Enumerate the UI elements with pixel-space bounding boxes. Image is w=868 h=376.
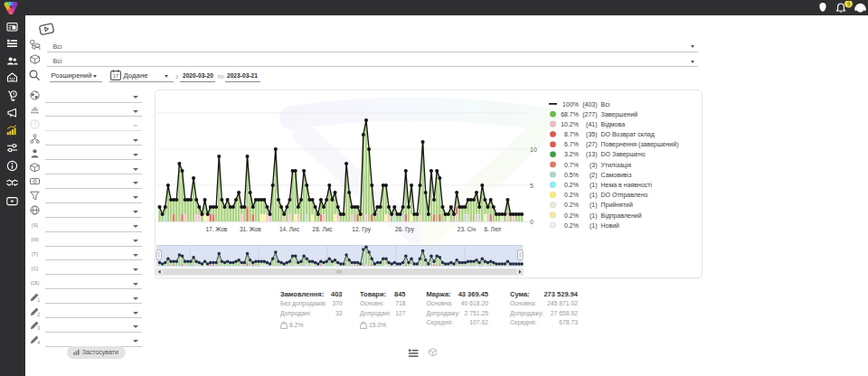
svg-text:14. Лис: 14. Лис [279, 226, 300, 232]
svg-text:2: 2 [37, 311, 40, 315]
svg-text:Відправлений: Відправлений [601, 212, 642, 220]
svg-text:Новий: Новий [601, 222, 620, 229]
svg-text:Завершений: Завершений [601, 111, 638, 118]
svg-text:12. Гру: 12. Гру [352, 226, 372, 233]
svg-text:6. Лют: 6. Лют [484, 226, 501, 232]
svg-text:0.5%: 0.5% [564, 172, 579, 178]
svg-text:0.2%: 0.2% [564, 222, 579, 229]
svg-text:Всі: Всі [601, 101, 610, 108]
svg-text:Відмова: Відмова [601, 121, 626, 128]
svg-text:68.7%: 68.7% [561, 111, 579, 118]
svg-text:10: 10 [530, 146, 537, 153]
svg-text:{M}: {M} [31, 237, 39, 242]
svg-text:DO Завершено: DO Завершено [601, 151, 646, 158]
svg-text:28. Лис: 28. Лис [313, 226, 334, 232]
svg-text:23. Січ: 23. Січ [458, 226, 476, 232]
svg-text:8.7%: 8.7% [564, 131, 579, 137]
svg-text:(403): (403) [582, 101, 597, 108]
svg-text:9: 9 [847, 1, 851, 7]
svg-text:{S}: {S} [32, 222, 39, 228]
svg-text:0.7%: 0.7% [564, 162, 579, 168]
svg-text:5: 5 [530, 183, 533, 189]
svg-text:6.7%: 6.7% [564, 141, 579, 147]
svg-text:(2): (2) [590, 172, 598, 179]
svg-text:(1): (1) [590, 182, 598, 189]
svg-text:3.2%: 3.2% [564, 151, 579, 157]
svg-text:Самовивіз: Самовивіз [601, 172, 632, 178]
svg-text:DO Возврат склад: DO Возврат склад [601, 131, 655, 138]
svg-text:(1): (1) [590, 222, 598, 230]
svg-text:{C}: {C} [32, 266, 39, 271]
svg-text:(41): (41) [586, 121, 597, 128]
svg-text:{T}: {T} [32, 251, 38, 257]
svg-text:1: 1 [37, 296, 40, 301]
svg-text:0.2%: 0.2% [564, 202, 579, 208]
svg-text:(27): (27) [586, 141, 597, 148]
svg-text:0.2%: 0.2% [564, 192, 579, 198]
svg-text:0.2%: 0.2% [564, 182, 579, 188]
svg-text:3: 3 [37, 325, 40, 330]
svg-text:DO Отправлено: DO Отправлено [601, 192, 648, 199]
svg-text:17: 17 [113, 73, 118, 79]
svg-text:Повернення (завершений): Повернення (завершений) [601, 141, 679, 148]
svg-text:26. Гру: 26. Гру [395, 226, 415, 233]
svg-text:(1): (1) [590, 212, 598, 220]
svg-text:(13): (13) [586, 151, 597, 158]
svg-text:Прийнятий: Прийнятий [601, 202, 634, 209]
svg-text:0: 0 [530, 219, 533, 225]
svg-text:Утилізація: Утилізація [601, 162, 632, 169]
svg-text:10.2%: 10.2% [561, 121, 579, 127]
svg-text:31. Жов: 31. Жов [240, 226, 261, 232]
svg-text:Нема в наявності: Нема в наявності [601, 182, 653, 188]
svg-text:100%: 100% [562, 101, 579, 108]
svg-text:(1): (1) [590, 192, 598, 199]
svg-text:(277): (277) [582, 111, 597, 118]
svg-text:0.2%: 0.2% [564, 212, 579, 219]
svg-text:?: ? [33, 121, 37, 127]
svg-text:(3): (3) [590, 162, 598, 169]
svg-text:(35): (35) [586, 131, 597, 138]
svg-text:4: 4 [37, 340, 40, 344]
svg-text:17. Жов: 17. Жов [205, 226, 227, 232]
svg-text:(1): (1) [590, 202, 598, 209]
svg-text:{CB}: {CB} [31, 281, 40, 286]
